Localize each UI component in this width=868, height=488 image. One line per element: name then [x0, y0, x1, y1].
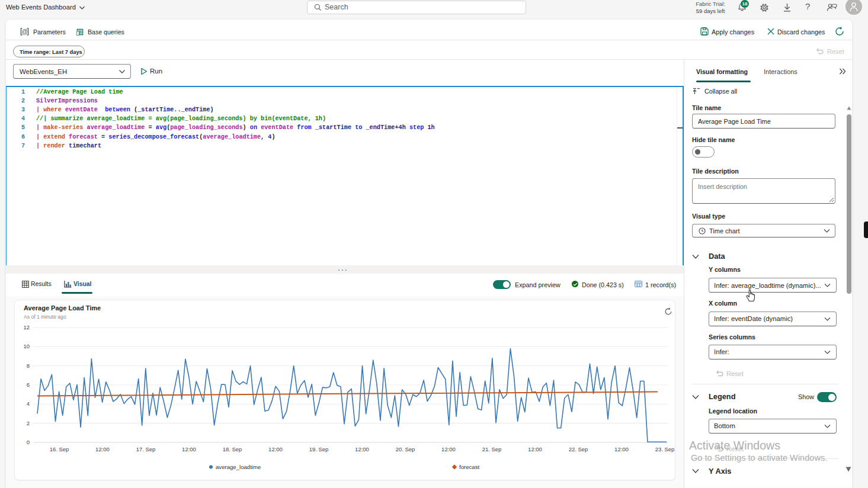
svg-text:16. Sep: 16. Sep — [50, 446, 69, 452]
svg-text:20. Sep: 20. Sep — [396, 446, 415, 452]
svg-text:17. Sep: 17. Sep — [136, 446, 156, 452]
svg-text:12:00: 12:00 — [95, 446, 110, 452]
svg-text:12:00: 12:00 — [268, 446, 283, 452]
svg-text:2: 2 — [27, 420, 30, 426]
svg-text:4: 4 — [27, 400, 30, 407]
svg-text:23. Sep: 23. Sep — [655, 446, 675, 452]
svg-text:12: 12 — [23, 324, 30, 330]
svg-text:8: 8 — [27, 362, 30, 369]
svg-text:0: 0 — [27, 439, 30, 445]
svg-text:10: 10 — [23, 343, 30, 349]
svg-text:12:00: 12:00 — [528, 446, 542, 452]
svg-text:@: @ — [21, 28, 28, 35]
svg-text:6: 6 — [27, 381, 30, 388]
svg-text:22. Sep: 22. Sep — [569, 446, 588, 452]
svg-text:19. Sep: 19. Sep — [309, 446, 329, 452]
svg-text:18. Sep: 18. Sep — [223, 446, 242, 452]
svg-text:12:00: 12:00 — [182, 446, 196, 452]
svg-text:12:00: 12:00 — [441, 446, 456, 452]
svg-text:12:00: 12:00 — [614, 446, 629, 452]
svg-text:forecast: forecast — [459, 464, 479, 470]
svg-text:21. Sep: 21. Sep — [482, 446, 502, 452]
svg-text:average_loadtime: average_loadtime — [216, 464, 261, 470]
svg-text:12:00: 12:00 — [355, 446, 369, 452]
